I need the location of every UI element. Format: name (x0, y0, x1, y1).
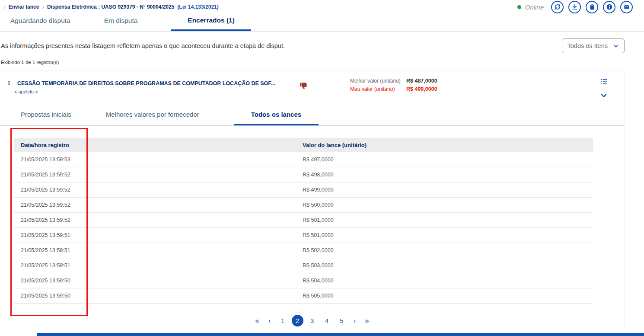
download-button[interactable] (568, 1, 581, 13)
info-button[interactable] (603, 1, 615, 13)
table-row: 21/05/2025 13:59:52R$ 501,0000 (14, 213, 593, 228)
bid-datetime: 21/05/2025 13:59:50 (14, 278, 303, 284)
bid-value: R$ 498,0000 (303, 172, 593, 178)
pagination: « ‹ 12345 › » (0, 315, 624, 326)
thumbs-down-icon (299, 81, 308, 92)
item-values: Melhor valor (unitário) R$ 487,0000 Meu … (350, 78, 437, 92)
bid-datetime: 21/05/2025 13:59:51 (14, 247, 303, 253)
best-value-label: Melhor valor (unitário) (350, 78, 406, 84)
chevron-down-icon (613, 43, 619, 49)
table-row: 21/05/2025 13:59:52R$ 500,0000 (14, 198, 593, 213)
tab-melhores-valores[interactable]: Melhores valores por fornecedor (106, 109, 199, 125)
breadcrumb-enviar-lance[interactable]: Enviar lance (9, 4, 39, 10)
breadcrumb-law-link[interactable]: (Lei 14.133/2021) (177, 4, 218, 10)
clipboard-icon (589, 3, 596, 10)
info-icon (606, 3, 613, 10)
bid-value: R$ 502,0000 (303, 247, 593, 253)
best-value: R$ 487,0000 (406, 78, 437, 84)
item-list-button[interactable] (600, 78, 608, 86)
listing-notice: As informações presentes nesta listagem … (1, 42, 285, 49)
bid-value: R$ 500,0000 (303, 202, 593, 208)
records-summary: Exibindo 1 de 1 registro(s) (0, 53, 644, 65)
page-button-1[interactable]: 1 (277, 315, 289, 326)
table-row: 21/05/2025 13:59:50R$ 505,0000 (14, 288, 593, 304)
table-row: 21/05/2025 13:59:52R$ 499,0000 (14, 182, 593, 198)
column-header-datetime: Data/hora registro (14, 142, 303, 148)
bid-datetime: 21/05/2025 13:59:51 (14, 232, 303, 238)
bids-table-header: Data/hora registro Valor do lance (unitá… (14, 138, 593, 152)
chevron-right-icon: › (3, 4, 6, 10)
tab-em-disputa[interactable]: Em disputa (104, 13, 138, 31)
download-icon (571, 3, 578, 10)
mail-icon (623, 3, 630, 10)
table-row: 21/05/2025 13:59:51R$ 503,0000 (14, 258, 593, 273)
breadcrumb-dispensa[interactable]: Dispensa Eletrônica : UASG 929379 - N° 9… (47, 4, 174, 10)
bid-value: R$ 503,0000 (303, 262, 593, 269)
clipboard-button[interactable] (586, 1, 598, 13)
item-controls (600, 78, 608, 99)
tab-encerrados[interactable]: Encerrados (1) (171, 13, 251, 31)
bids-table: Data/hora registro Valor do lance (unitá… (14, 138, 593, 304)
main-tabs: Aguardando disputa Em disputa Encerrados… (0, 13, 644, 32)
page-button-2[interactable]: 2 (292, 315, 303, 326)
item-card: 1 CESSÃO TEMPORÁRIA DE DIREITOS SOBRE PR… (0, 70, 625, 326)
online-status-label: Online (525, 3, 544, 11)
breadcrumb: › Enviar lance › Dispensa Eletrônica : U… (3, 4, 219, 10)
table-row: 21/05/2025 13:59:50R$ 504,0000 (14, 273, 593, 288)
last-page-button[interactable]: » (362, 316, 372, 326)
my-value-label: Meu valor (unitário) (350, 86, 406, 92)
topbar-actions: Online (517, 1, 633, 13)
items-filter-dropdown[interactable]: Todos os Itens (562, 38, 625, 53)
prev-page-button[interactable]: ‹ (265, 316, 274, 326)
bids-table-body: 21/05/2025 13:59:53R$ 497,000021/05/2025… (14, 152, 593, 304)
pagination-pages: 12345 (277, 315, 348, 326)
bid-value: R$ 505,0000 (303, 293, 593, 299)
chevron-right-icon: › (42, 4, 44, 10)
bid-value: R$ 497,0000 (303, 157, 593, 163)
mail-button[interactable] (620, 1, 633, 13)
list-check-icon (600, 78, 608, 86)
first-page-button[interactable]: « (252, 316, 262, 326)
bid-datetime: 21/05/2025 13:59:51 (14, 262, 303, 269)
online-status-dot (517, 5, 521, 9)
table-row: 21/05/2025 13:59:51R$ 501,0000 (14, 228, 593, 243)
bid-datetime: 21/05/2025 13:59:50 (14, 293, 303, 299)
items-filter-value: Todos os Itens (567, 42, 608, 49)
bid-value: R$ 501,0000 (303, 217, 593, 223)
bid-datetime: 21/05/2025 13:59:52 (14, 202, 303, 208)
column-header-value: Valor do lance (unitário) (303, 142, 593, 148)
item-header: 1 CESSÃO TEMPORÁRIA DE DIREITOS SOBRE PR… (0, 71, 624, 109)
table-row: 21/05/2025 13:59:51R$ 502,0000 (14, 243, 593, 258)
page-button-5[interactable]: 5 (336, 315, 348, 326)
page-button-4[interactable]: 4 (321, 315, 333, 326)
item-collapse-button[interactable] (600, 92, 608, 99)
notice-row: As informações presentes nesta listagem … (0, 32, 644, 53)
bid-datetime: 21/05/2025 13:59:52 (14, 187, 303, 193)
chevron-down-icon (600, 92, 608, 99)
next-page-button[interactable]: › (351, 316, 359, 326)
tab-aguardando-disputa[interactable]: Aguardando disputa (10, 13, 70, 31)
bid-datetime: 21/05/2025 13:59:52 (14, 217, 303, 223)
bid-value: R$ 501,0000 (303, 232, 593, 238)
bid-value: R$ 504,0000 (303, 278, 593, 284)
table-row: 21/05/2025 13:59:52R$ 498,0000 (14, 167, 593, 182)
footer-bar (37, 333, 644, 336)
bid-datetime: 21/05/2025 13:59:53 (14, 157, 303, 163)
tab-propostas-iniciais[interactable]: Propostas iniciais (21, 109, 71, 125)
top-bar: › Enviar lance › Dispensa Eletrônica : U… (0, 0, 644, 13)
page-button-3[interactable]: 3 (306, 315, 318, 326)
refresh-button[interactable] (551, 1, 564, 13)
my-value: R$ 499,0000 (406, 86, 437, 92)
item-alias-link[interactable]: < apelido > (14, 89, 38, 94)
item-number: 1 (7, 80, 10, 86)
item-inner-tabs: Propostas iniciais Melhores valores por … (0, 109, 624, 126)
tab-todos-os-lances[interactable]: Todos os lances (234, 109, 319, 125)
bid-datetime: 21/05/2025 13:59:52 (14, 172, 303, 178)
bid-value: R$ 499,0000 (303, 187, 593, 193)
item-title: CESSÃO TEMPORÁRIA DE DIREITOS SOBRE PROG… (17, 80, 275, 86)
refresh-icon (554, 3, 561, 10)
table-row: 21/05/2025 13:59:53R$ 497,0000 (14, 152, 593, 167)
